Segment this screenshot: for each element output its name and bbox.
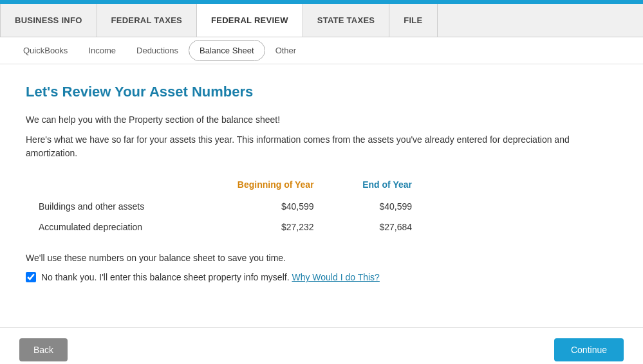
checkbox-row: No thank you. I'll enter this balance sh… [26, 272, 617, 282]
save-text: We'll use these numbers on your balance … [26, 253, 617, 263]
col-end-header: End of Year [327, 176, 425, 196]
back-button[interactable]: Back [19, 338, 68, 361]
subnav-quickbooks[interactable]: QuickBooks [13, 41, 78, 60]
sub-nav: QuickBooks Income Deductions Balance She… [0, 37, 643, 64]
table-row: Accumulated depreciation $27,232 $27,684 [39, 217, 425, 237]
nav-federal-review[interactable]: FEDERAL REVIEW [197, 4, 303, 37]
row1-label: Buildings and other assets [39, 196, 193, 217]
asset-table: Beginning of Year End of Year Buildings … [39, 176, 425, 237]
intro-text-2: Here's what we have so far for your asse… [26, 133, 617, 160]
main-nav: BUSINESS INFO FEDERAL TAXES FEDERAL REVI… [0, 4, 643, 37]
main-content: Let's Review Your Asset Numbers We can h… [0, 64, 643, 314]
page-title: Let's Review Your Asset Numbers [26, 84, 617, 100]
nav-file[interactable]: FILE [389, 4, 437, 37]
row2-label: Accumulated depreciation [39, 217, 193, 237]
nav-federal-taxes[interactable]: FEDERAL TAXES [97, 4, 198, 37]
table-row: Buildings and other assets $40,599 $40,5… [39, 196, 425, 217]
footer: Back Continue [0, 327, 643, 364]
no-thanks-checkbox[interactable] [26, 272, 36, 282]
row1-end: $40,599 [327, 196, 425, 217]
continue-button[interactable]: Continue [554, 338, 624, 361]
col-beginning-header: Beginning of Year [193, 176, 326, 196]
subnav-income[interactable]: Income [78, 41, 126, 60]
subnav-balance-sheet[interactable]: Balance Sheet [189, 40, 265, 61]
row2-end: $27,684 [327, 217, 425, 237]
checkbox-label[interactable]: No thank you. I'll enter this balance sh… [41, 272, 380, 282]
row2-beginning: $27,232 [193, 217, 326, 237]
subnav-other[interactable]: Other [265, 41, 307, 60]
intro-text-1: We can help you with the Property sectio… [26, 113, 617, 127]
why-link[interactable]: Why Would I do This? [292, 272, 379, 282]
subnav-deductions[interactable]: Deductions [126, 41, 189, 60]
nav-state-taxes[interactable]: STATE TAXES [303, 4, 390, 37]
row1-beginning: $40,599 [193, 196, 326, 217]
nav-business-info[interactable]: BUSINESS INFO [0, 4, 97, 37]
